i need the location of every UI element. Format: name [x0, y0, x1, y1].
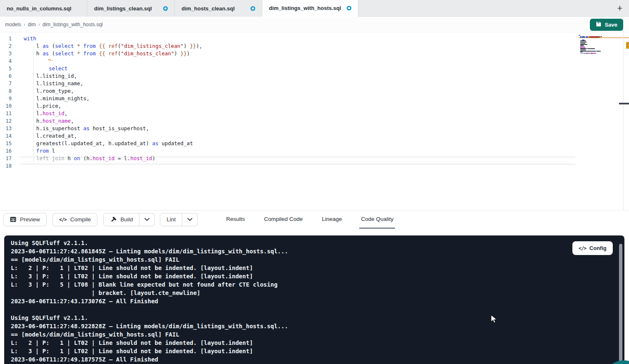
code-editor[interactable]: 1with2 l as (select * from {{ ref("dim_l…: [0, 32, 629, 210]
line-content: l as (select * from {{ ref("dim_listings…: [24, 42, 202, 50]
ruler-warning-marker: [626, 42, 629, 49]
build-dropdown-button[interactable]: [139, 213, 155, 226]
breadcrumb-item[interactable]: models: [5, 22, 21, 27]
preview-button[interactable]: Preview: [3, 213, 47, 226]
code-line[interactable]: 5 select: [0, 65, 629, 72]
line-number: 3: [0, 50, 12, 57]
code-line[interactable]: 9 l.minimum_nights,: [0, 95, 629, 102]
terminal-line: L: 3 | P: 1 | LT02 | Line should not be …: [11, 347, 618, 355]
indent-guide: [33, 45, 34, 162]
line-number: 14: [0, 132, 12, 140]
compile-label: Compile: [70, 216, 91, 223]
table-icon: [10, 217, 16, 222]
line-content: l.created_at,: [24, 132, 77, 140]
tab-dim-hosts-clean[interactable]: dim_hosts_clean.sql: [175, 0, 262, 17]
line-number: 9: [0, 95, 12, 102]
code-line[interactable]: 16 from l: [0, 147, 629, 155]
ruler-cursor-marker: [619, 103, 629, 104]
panel-tab-lineage[interactable]: Lineage: [320, 210, 343, 229]
line-content: greatest(l.updated_at, h.updated_at) as …: [24, 140, 193, 147]
line-number: 1: [0, 35, 12, 42]
line-content: l.host_id,: [24, 110, 67, 117]
line-number: 18: [0, 162, 12, 170]
breadcrumb-item[interactable]: dim: [28, 22, 36, 27]
build-split-button: Build: [103, 213, 155, 226]
lint-button[interactable]: Lint: [160, 213, 182, 226]
line-number: 6: [0, 72, 12, 80]
chevron-down-icon: [144, 218, 149, 221]
lint-output-terminal: Using SQLFluff v2.1.1.2023-06-06T11:27:4…: [4, 235, 624, 364]
code-line[interactable]: 8 l.room_type,: [0, 87, 629, 95]
code-line[interactable]: 7 l.listing_name,: [0, 80, 629, 87]
code-line[interactable]: 6 l.listing_id,: [0, 72, 629, 80]
line-number: 17: [0, 155, 12, 162]
line-content: l.price,: [24, 102, 61, 110]
line-number: 10: [0, 102, 12, 110]
breadcrumb: models›dim›dim_listings_with_hosts.sql: [5, 17, 103, 32]
tab-label: dim_hosts_clean.sql: [181, 5, 235, 12]
tab-no-nulls-in-columns[interactable]: no_nulls_in_columns.sql: [0, 0, 87, 17]
lint-dropdown-button[interactable]: [182, 213, 198, 226]
plus-icon: +: [617, 3, 623, 14]
line-number: 12: [0, 117, 12, 125]
line-number: 5: [0, 65, 12, 72]
line-number: 15: [0, 140, 12, 147]
panel-tab-compiled-code[interactable]: Compiled Code: [262, 210, 304, 229]
line-number: 2: [0, 42, 12, 50]
minimap[interactable]: [579, 35, 609, 55]
code-icon: </>: [579, 245, 586, 251]
panel-tab-results[interactable]: Results: [224, 210, 246, 229]
terminal-line: 2023-06-06T11:27:43.173076Z — All Finish…: [11, 297, 618, 305]
terminal-scrollbar[interactable]: [619, 244, 622, 364]
tab-dim-listings-with-hosts[interactable]: dim_listings_with_hosts.sql: [262, 0, 358, 17]
code-icon: </>: [59, 217, 67, 223]
tab-dim-listings-clean[interactable]: dim_listings_clean.sql: [87, 0, 175, 17]
line-content: h.host_name,: [24, 117, 74, 125]
code-line[interactable]: 14 l.created_at,: [0, 132, 629, 140]
terminal-line: == [models/dim/dim_listings_with_hosts.s…: [11, 330, 618, 339]
active-line-highlight: [20, 157, 575, 164]
code-line[interactable]: 12 h.host_name,: [0, 117, 629, 125]
new-tab-button[interactable]: +: [611, 0, 629, 17]
line-number: 4: [0, 57, 12, 65]
chevron-right-icon: ›: [38, 22, 40, 27]
lint-config-button[interactable]: </> Config: [572, 241, 613, 255]
chevron-right-icon: ›: [24, 22, 25, 27]
unsaved-dot-icon: [251, 6, 255, 11]
terminal-line: | bracket. [layout.cte_newline]: [11, 289, 618, 297]
save-button[interactable]: Save: [590, 19, 623, 31]
lint-squiggle: [48, 56, 53, 62]
terminal-line: L: 2 | P: 1 | LT02 | Line should not be …: [11, 339, 618, 347]
save-icon: [596, 21, 602, 28]
terminal-line: == [models/dim/dim_listings_with_hosts.s…: [11, 255, 618, 264]
line-number: 7: [0, 80, 12, 87]
minimap-line: [579, 54, 609, 55]
action-toolbar: Preview </> Compile Build: [0, 210, 629, 228]
ide-window: no_nulls_in_columns.sqldim_listings_clea…: [0, 0, 629, 364]
chevron-down-icon: [187, 218, 192, 221]
unsaved-dot-icon: [163, 6, 168, 11]
build-button[interactable]: Build: [103, 213, 139, 226]
line-content: h.is_superhost as host_is_superhost,: [24, 125, 149, 132]
line-content: l.room_type,: [24, 87, 74, 95]
overview-ruler[interactable]: [623, 32, 629, 210]
result-panel-tabs: ResultsCompiled CodeLineageCode Quality: [224, 210, 395, 229]
terminal-line: L: 2 | P: 1 | LT02 | Line should not be …: [11, 264, 618, 272]
code-line[interactable]: 15 greatest(l.updated_at, h.updated_at) …: [0, 140, 629, 147]
code-line[interactable]: 2 l as (select * from {{ ref("dim_listin…: [0, 42, 629, 50]
code-line[interactable]: 13 h.is_superhost as host_is_superhost,: [0, 125, 629, 132]
code-line[interactable]: 11 l.host_id,: [0, 110, 629, 117]
terminal-output: Using SQLFluff v2.1.1.2023-06-06T11:27:4…: [4, 235, 624, 364]
breadcrumb-item[interactable]: dim_listings_with_hosts.sql: [42, 22, 103, 27]
code-line[interactable]: 10 l.price,: [0, 102, 629, 110]
compile-button[interactable]: </> Compile: [52, 213, 97, 226]
build-label: Build: [120, 216, 133, 223]
unsaved-dot-icon: [347, 6, 351, 10]
panel-tab-code-quality[interactable]: Code Quality: [359, 210, 395, 229]
hammer-icon: [110, 216, 117, 223]
code-line[interactable]: 3 h as (select * from {{ ref("dim_hosts_…: [0, 50, 629, 57]
line-content: from l: [24, 147, 55, 155]
code-line[interactable]: 4: [0, 57, 629, 65]
tab-strip: no_nulls_in_columns.sqldim_listings_clea…: [0, 0, 358, 16]
code-line[interactable]: 1with: [0, 35, 629, 42]
